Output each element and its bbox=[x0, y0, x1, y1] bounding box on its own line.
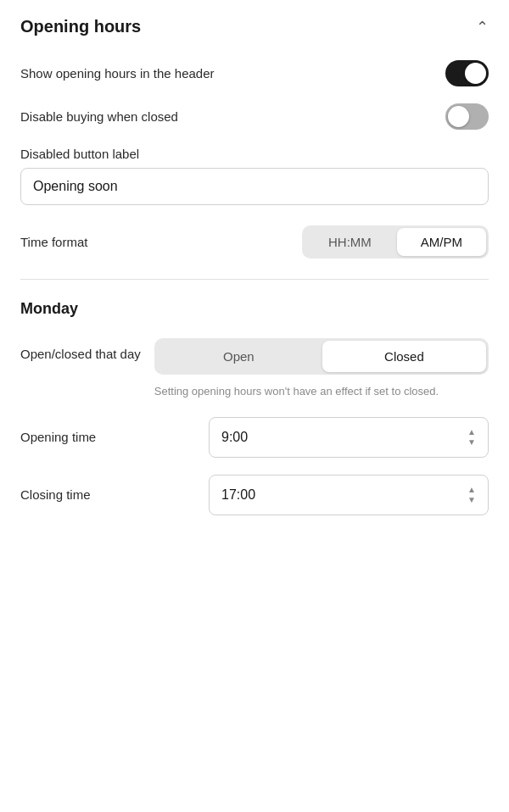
opening-time-label: Opening time bbox=[20, 430, 122, 444]
closing-time-label: Closing time bbox=[20, 487, 122, 502]
time-format-row: Time format HH:MM AM/PM bbox=[20, 225, 489, 259]
show-opening-hours-toggle[interactable] bbox=[445, 60, 489, 86]
collapse-chevron-icon[interactable]: ⌃ bbox=[476, 18, 489, 36]
disable-buying-label: Disable buying when closed bbox=[20, 109, 178, 124]
opening-time-select[interactable]: 9:00 ▲ ▼ bbox=[209, 417, 489, 458]
open-closed-right: Open Closed Setting opening hours won't … bbox=[154, 338, 489, 400]
closed-button[interactable]: Closed bbox=[322, 341, 486, 372]
time-format-label: Time format bbox=[20, 235, 87, 249]
toggle-knob-2 bbox=[448, 106, 469, 127]
disable-buying-row: Disable buying when closed bbox=[20, 103, 489, 130]
open-closed-segment: Open Closed bbox=[154, 338, 489, 375]
closing-time-select[interactable]: 17:00 ▲ ▼ bbox=[209, 475, 489, 515]
closing-time-spinner-icon: ▲ ▼ bbox=[467, 486, 476, 504]
open-closed-row: Open/closed that day Open Closed Setting… bbox=[20, 338, 489, 400]
closing-time-value: 17:00 bbox=[221, 487, 255, 503]
monday-title: Monday bbox=[20, 300, 489, 318]
spinner-up-arrow: ▲ bbox=[467, 428, 476, 437]
opening-time-row: Opening time 9:00 ▲ ▼ bbox=[20, 417, 489, 458]
show-opening-hours-row: Show opening hours in the header bbox=[20, 60, 489, 86]
opening-time-spinner-icon: ▲ ▼ bbox=[467, 428, 476, 447]
open-closed-help-text: Setting opening hours won't have an effe… bbox=[154, 383, 489, 400]
disabled-button-label-title: Disabled button label bbox=[20, 147, 489, 161]
disable-buying-toggle[interactable] bbox=[445, 103, 489, 130]
spinner-down-arrow: ▼ bbox=[467, 438, 476, 447]
closing-time-row: Closing time 17:00 ▲ ▼ bbox=[20, 475, 489, 515]
spinner-down-arrow-2: ▼ bbox=[467, 496, 476, 504]
open-button[interactable]: Open bbox=[157, 341, 321, 372]
page-title: Opening hours bbox=[20, 17, 141, 36]
show-opening-hours-label: Show opening hours in the header bbox=[20, 66, 215, 81]
section-header: Opening hours ⌃ bbox=[20, 17, 489, 36]
section-divider bbox=[20, 279, 489, 280]
disabled-button-label-block: Disabled button label bbox=[20, 147, 489, 205]
open-closed-label: Open/closed that day bbox=[20, 338, 141, 361]
time-format-segment: HH:MM AM/PM bbox=[302, 225, 489, 259]
time-format-ampm-button[interactable]: AM/PM bbox=[397, 228, 486, 256]
opening-time-value: 9:00 bbox=[221, 430, 248, 445]
time-format-hhmm-button[interactable]: HH:MM bbox=[305, 228, 395, 256]
toggle-knob bbox=[465, 63, 486, 84]
spinner-up-arrow-2: ▲ bbox=[467, 486, 476, 494]
disabled-button-label-input[interactable] bbox=[20, 168, 489, 205]
